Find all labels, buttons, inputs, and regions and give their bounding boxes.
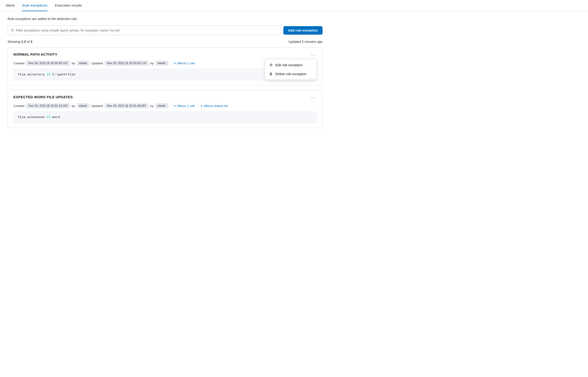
created-label-1: Created: [13, 61, 24, 65]
code-text-1b: C:\path\file: [50, 73, 75, 76]
updated-date-2: Nov 29, 2022 @ 20:01:48.687: [105, 104, 149, 108]
search-box: ⚲: [8, 25, 281, 35]
updated-label-2: Updated: [91, 104, 103, 108]
context-menu-1: ⚙ Edit rule exception 🗑 Delete rule exce…: [265, 59, 317, 80]
code-keyword-2: IS: [47, 116, 50, 119]
divider-2b: [198, 104, 198, 108]
subtitle-text: Rule exceptions are added to the detecti…: [8, 17, 323, 21]
more-options-button-1[interactable]: ⋯: [310, 52, 317, 58]
tab-rule-exceptions[interactable]: Rule exceptions: [22, 0, 48, 11]
list-icon-1: ≡: [174, 61, 176, 65]
showing-mid: of: [26, 40, 30, 44]
created-date-1: Nov 29, 2022 @ 20:30:45.101: [26, 61, 70, 66]
created-by-1: elastic: [77, 61, 89, 66]
edit-icon: ⚙: [269, 63, 273, 67]
delete-label: Delete rule exception: [275, 72, 307, 76]
exception-title-2: EXPECTED WORD FILE UPDATES: [13, 95, 73, 99]
created-by-label-1: by: [72, 61, 75, 65]
search-input[interactable]: [16, 28, 277, 32]
code-block-2: file.extension IS word: [13, 111, 317, 123]
list-icon-2a: ≡: [174, 104, 176, 108]
affects-rule-label-1: Affects 1 rule: [177, 61, 195, 65]
showing-range: 1-3: [21, 40, 26, 44]
created-date-2: Nov 29, 2022 @ 20:01:23.282: [26, 104, 70, 108]
exception-card-1: NORMAL PATH ACTIVITY ⋯ ⚙ Edit rule excep…: [8, 47, 323, 85]
updated-by-1: elastic: [155, 61, 168, 66]
created-label-2: Created: [13, 104, 24, 108]
code-text-1a: file.directory: [18, 73, 47, 76]
meta-row-2: Created Nov 29, 2022 @ 20:01:23.282 by e…: [13, 104, 317, 108]
search-row: ⚲ Add rule exception: [8, 25, 323, 35]
updated-by-label-2: by: [150, 104, 154, 108]
affects-rule-link-1[interactable]: ≡ Affects 1 rule: [174, 61, 195, 65]
code-text-2b: word: [50, 116, 60, 119]
updated-by-label-1: by: [150, 61, 154, 65]
search-icon: ⚲: [11, 28, 14, 33]
code-text-2a: file.extension: [18, 116, 47, 119]
card-header-1: NORMAL PATH ACTIVITY ⋯: [13, 52, 317, 58]
exception-title-1: NORMAL PATH ACTIVITY: [13, 52, 57, 56]
updated-date-1: Nov 29, 2022 @ 20:30:45.110: [105, 61, 149, 66]
code-keyword-1: IS: [47, 73, 50, 76]
list-icon-2b: ≡: [201, 104, 203, 108]
exception-card-2: EXPECTED WORD FILE UPDATES ⋯ Created Nov…: [8, 90, 323, 128]
created-by-2: elastic: [77, 104, 89, 108]
divider-1: [171, 61, 171, 65]
divider-2a: [171, 104, 171, 108]
tab-alerts[interactable]: Alerts: [6, 0, 15, 11]
updated-text: Updated 5 minutes ago: [288, 40, 323, 44]
delete-icon: 🗑: [269, 72, 273, 76]
updated-by-2: elastic: [155, 104, 168, 108]
tab-execution-results[interactable]: Execution results: [55, 0, 82, 11]
affects-shared-list-link-2[interactable]: ≡ Affects shared list: [201, 104, 228, 108]
results-row: Showing 1-3 of 3 Updated 5 minutes ago: [8, 40, 323, 44]
more-options-button-2[interactable]: ⋯: [310, 95, 317, 100]
delete-rule-exception-menu-item[interactable]: 🗑 Delete rule exception: [265, 70, 316, 78]
affects-rule-label-2: Affects 1 rule: [177, 104, 195, 108]
affects-rule-link-2[interactable]: ≡ Affects 1 rule: [174, 104, 195, 108]
edit-rule-exception-menu-item[interactable]: ⚙ Edit rule exception: [265, 60, 316, 70]
card-header-2: EXPECTED WORD FILE UPDATES ⋯: [13, 95, 317, 100]
updated-label-1: Updated: [91, 61, 103, 65]
main-content: Rule exceptions are added to the detecti…: [0, 11, 330, 138]
created-by-label-2: by: [72, 104, 75, 108]
tabs-bar: Alerts Rule exceptions Execution results: [0, 0, 588, 11]
edit-label: Edit rule exception: [275, 63, 302, 67]
add-rule-exception-button[interactable]: Add rule exception: [283, 26, 323, 35]
showing-total: 3: [30, 40, 32, 44]
affects-shared-list-label-2: Affects shared list: [204, 104, 228, 108]
results-count: Showing 1-3 of 3: [8, 40, 32, 44]
showing-prefix: Showing: [8, 40, 21, 44]
